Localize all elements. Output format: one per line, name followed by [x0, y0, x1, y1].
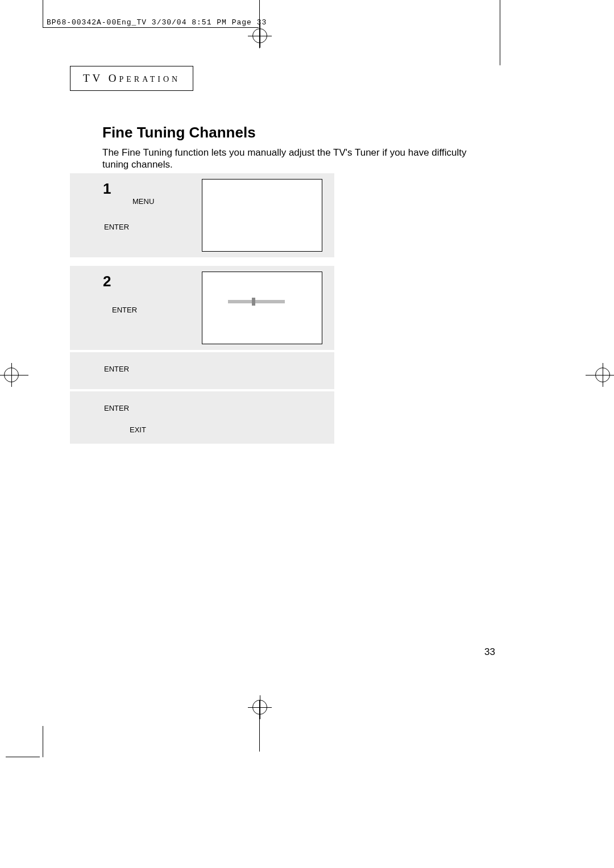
page-number: 33 [484, 646, 495, 658]
label-enter: ENTER [104, 365, 129, 373]
label-exit: EXIT [130, 425, 146, 434]
step-2-number: 2 [103, 273, 111, 290]
step-2-group: 2 ENTER ENTER ENTER EXIT [70, 266, 334, 444]
section-tv: TV [83, 72, 103, 84]
header-text: BP68-00342A-00Eng_TV 3/30/04 8:51 PM Pag… [47, 18, 267, 27]
register-mark-left [4, 368, 19, 382]
section-header-box: TV OPERATION [70, 66, 193, 91]
label-enter: ENTER [104, 404, 129, 412]
register-mark-top [252, 28, 267, 43]
crop-mark [500, 0, 500, 65]
step-1-number: 1 [103, 180, 111, 198]
label-enter: ENTER [104, 223, 129, 231]
step-2-box-c: ENTER EXIT [70, 391, 334, 444]
crop-mark [43, 726, 43, 757]
step-1-box: 1 MENU ENTER [70, 173, 334, 257]
header-rule [43, 27, 259, 28]
register-mark-bottom [252, 700, 267, 715]
section-op-rest: PERATION [119, 75, 180, 84]
label-menu: MENU [132, 197, 154, 206]
step-2-box-a: 2 ENTER [70, 266, 334, 350]
screenshot-placeholder-2 [202, 272, 322, 344]
fine-tune-slider-thumb [252, 298, 255, 306]
step-2-box-b: ENTER [70, 352, 334, 389]
fine-tune-slider-track [228, 300, 285, 303]
crop-mark [43, 0, 43, 27]
description-text: The Fine Tuning function lets you manual… [102, 147, 478, 171]
main-title: Fine Tuning Channels [102, 124, 256, 141]
crop-mark [6, 757, 40, 757]
section-op-cap: O [109, 72, 119, 84]
register-mark-right [595, 368, 610, 382]
label-enter: ENTER [112, 306, 137, 314]
screenshot-placeholder-1 [202, 179, 322, 252]
